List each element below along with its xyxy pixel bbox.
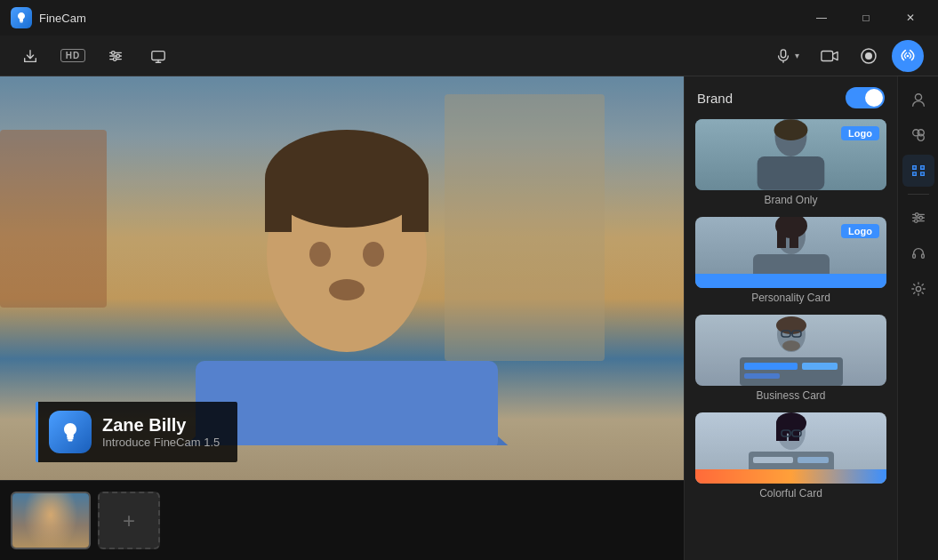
svg-rect-8: [152, 51, 164, 60]
import-button[interactable]: [14, 40, 46, 72]
side-icon-effects-button[interactable]: [902, 119, 934, 151]
record-button[interactable]: [853, 40, 885, 72]
svg-point-74: [916, 286, 920, 291]
side-icon-separator-1: [908, 194, 929, 195]
video-placeholder: Zane Billy Introduce FineCam 1.5: [0, 76, 684, 480]
broadcast-button[interactable]: [892, 40, 924, 72]
add-scene-button[interactable]: +: [98, 492, 160, 549]
svg-rect-59: [695, 469, 886, 484]
microphone-button[interactable]: ▾: [768, 44, 806, 68]
svg-rect-11: [822, 51, 833, 60]
toolbar: HD ▾: [0, 36, 938, 76]
brand-card-name: Zane Billy: [102, 415, 220, 436]
hd-label: HD: [60, 49, 85, 62]
scene-thumbnail-1[interactable]: [11, 492, 91, 549]
title-bar-controls: — □ ✕: [801, 4, 931, 31]
svg-point-62: [915, 94, 921, 100]
side-icon-person-button[interactable]: [902, 84, 934, 116]
brand-only-label: Brand Only: [695, 194, 886, 206]
svg-point-5: [112, 51, 116, 54]
side-icons-panel: [897, 76, 938, 560]
brand-panel: Brand: [685, 76, 897, 560]
maximize-button[interactable]: □: [846, 4, 886, 31]
hd-button[interactable]: HD: [57, 40, 89, 72]
personality-logo-badge: Logo: [841, 224, 879, 238]
svg-rect-73: [921, 254, 924, 259]
svg-rect-0: [20, 20, 23, 22]
brand-card-overlay: Zane Billy Introduce FineCam 1.5: [36, 402, 237, 462]
svg-rect-27: [68, 440, 73, 442]
toggle-knob: [865, 89, 883, 107]
card-option-brand-only[interactable]: Logo Brand Only: [695, 119, 886, 206]
title-bar: FineCam — □ ✕: [0, 0, 938, 36]
svg-point-7: [113, 57, 116, 60]
app-logo: [11, 7, 32, 28]
right-panel: Brand: [684, 76, 897, 560]
svg-point-6: [116, 54, 120, 58]
svg-rect-31: [758, 156, 825, 190]
side-icon-gear-button[interactable]: [902, 273, 934, 305]
side-icon-headset-button[interactable]: [902, 237, 934, 269]
svg-rect-47: [744, 363, 798, 370]
card-thumbnail-business: [695, 315, 886, 386]
svg-rect-1: [20, 22, 23, 23]
brand-only-logo-badge: Logo: [841, 126, 879, 140]
brand-card-text: Zane Billy Introduce FineCam 1.5: [102, 415, 220, 449]
svg-rect-38: [695, 274, 886, 288]
svg-rect-48: [802, 363, 838, 370]
brand-header: Brand: [695, 87, 886, 108]
main-content: Zane Billy Introduce FineCam 1.5 + Brand: [0, 76, 938, 560]
screen-share-button[interactable]: [142, 40, 174, 72]
app-title: FineCam: [39, 12, 86, 25]
svg-point-30: [774, 119, 808, 140]
video-area: Zane Billy Introduce FineCam 1.5 +: [0, 76, 684, 560]
bottom-strip: +: [0, 480, 684, 560]
settings-sliders-button[interactable]: [100, 40, 132, 72]
svg-point-65: [918, 130, 924, 136]
close-button[interactable]: ✕: [890, 4, 931, 31]
video-viewport: Zane Billy Introduce FineCam 1.5: [0, 76, 684, 480]
svg-point-45: [782, 340, 800, 351]
card-thumbnail-personality: Logo: [695, 217, 886, 288]
personality-label: Personality Card: [695, 292, 886, 304]
svg-point-70: [918, 216, 922, 220]
card-thumbnail-brand-only: Logo: [695, 119, 886, 190]
side-icon-brand-button[interactable]: [902, 155, 934, 187]
svg-rect-46: [740, 357, 843, 386]
svg-point-41: [776, 316, 806, 334]
brand-toggle[interactable]: [846, 87, 885, 108]
title-bar-left: FineCam: [11, 7, 86, 28]
svg-point-69: [915, 213, 918, 217]
business-card-label: Business Card: [695, 389, 886, 402]
card-option-business[interactable]: Business Card: [695, 315, 886, 402]
svg-point-13: [865, 52, 872, 60]
side-icon-adjust-button[interactable]: [902, 202, 934, 234]
mic-chevron: ▾: [795, 51, 799, 60]
brand-card-logo: [49, 411, 92, 453]
toolbar-right: ▾: [768, 40, 924, 72]
brand-panel-title: Brand: [697, 91, 733, 106]
svg-rect-35: [777, 226, 786, 248]
colorful-card-label: Colorful Card: [695, 487, 886, 500]
thumbnail-inner: [12, 493, 89, 548]
svg-rect-72: [912, 254, 915, 259]
svg-point-14: [907, 54, 910, 57]
svg-rect-61: [798, 457, 829, 463]
card-option-personality[interactable]: Logo Personality Card: [695, 217, 886, 304]
camera-button[interactable]: [814, 40, 846, 72]
svg-rect-9: [781, 49, 785, 57]
svg-rect-49: [744, 373, 780, 379]
minimize-button[interactable]: —: [801, 4, 842, 31]
card-option-colorful[interactable]: Colorful Card: [695, 412, 886, 500]
svg-point-71: [914, 220, 918, 223]
brand-card-subtitle: Introduce FineCam 1.5: [102, 436, 220, 449]
svg-rect-36: [790, 226, 798, 248]
card-thumbnail-colorful: [695, 412, 886, 484]
svg-rect-26: [68, 437, 74, 440]
svg-rect-60: [753, 457, 793, 463]
